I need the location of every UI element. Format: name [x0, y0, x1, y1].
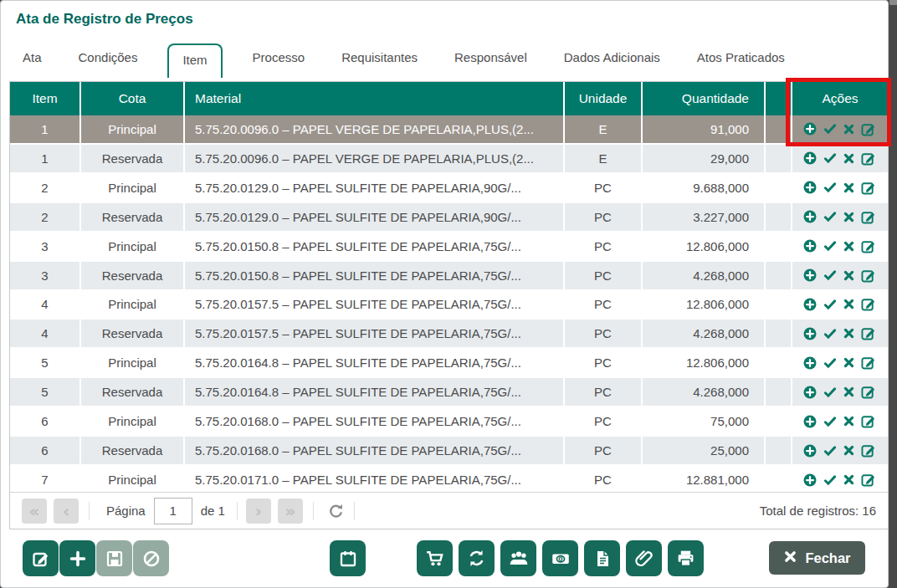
add-circle-icon[interactable]: [802, 209, 818, 224]
add-circle-icon[interactable]: [802, 355, 818, 371]
document-button[interactable]: [584, 540, 620, 576]
check-icon[interactable]: [823, 209, 838, 224]
prev-page-button[interactable]: ‹: [54, 499, 79, 524]
tab-atos-praticados[interactable]: Atos Praticados: [690, 43, 792, 72]
check-icon[interactable]: [823, 268, 838, 283]
edit-icon[interactable]: [860, 471, 878, 488]
x-icon[interactable]: [843, 211, 855, 223]
save-button[interactable]: [96, 540, 132, 576]
check-icon[interactable]: [823, 238, 838, 253]
table-row[interactable]: 2 Reservada 5.75.20.0129.0 – PAPEL SULFI…: [10, 203, 888, 233]
x-icon[interactable]: [843, 123, 855, 135]
edit-icon[interactable]: [860, 150, 878, 167]
edit-icon[interactable]: [860, 354, 878, 371]
edit-icon[interactable]: [860, 412, 878, 430]
x-icon[interactable]: [843, 444, 855, 457]
check-icon[interactable]: [823, 121, 838, 136]
column-header-material[interactable]: Material: [185, 82, 565, 115]
add-circle-icon[interactable]: [802, 443, 818, 458]
add-circle-icon[interactable]: [802, 238, 818, 253]
check-icon[interactable]: [823, 385, 838, 400]
tab-dados-adicionais[interactable]: Dados Adicionais: [557, 43, 667, 72]
check-icon[interactable]: [823, 414, 838, 429]
table-row[interactable]: 7 Principal 5.75.20.0171.0 – PAPEL SULFI…: [10, 466, 888, 493]
tab-ata[interactable]: Ata: [16, 43, 49, 72]
table-row[interactable]: 4 Principal 5.75.20.0157.5 – PAPEL SULFI…: [10, 291, 888, 320]
x-icon[interactable]: [843, 415, 855, 427]
add-circle-icon[interactable]: [802, 121, 818, 136]
table-row[interactable]: 6 Principal 5.75.20.0168.0 – PAPEL SULFI…: [10, 407, 888, 437]
table-row[interactable]: 4 Reservada 5.75.20.0157.5 – PAPEL SULFI…: [10, 320, 888, 349]
check-icon[interactable]: [823, 151, 838, 166]
add-circle-icon[interactable]: [802, 151, 818, 166]
add-circle-icon[interactable]: [802, 180, 818, 195]
x-icon[interactable]: [843, 240, 855, 253]
tab-condições[interactable]: Condições: [72, 43, 145, 72]
check-icon[interactable]: [823, 326, 838, 341]
table-row[interactable]: 6 Reservada 5.75.20.0168.0 – PAPEL SULFI…: [10, 437, 888, 466]
first-page-button[interactable]: «: [22, 499, 47, 524]
column-header-acoes[interactable]: Ações: [792, 82, 888, 115]
add-circle-icon[interactable]: [802, 268, 818, 283]
edit-icon[interactable]: [860, 120, 878, 138]
table-row[interactable]: 5 Principal 5.75.20.0164.8 – PAPEL SULFI…: [10, 349, 888, 378]
edit-record-button[interactable]: [23, 540, 59, 576]
edit-icon[interactable]: [860, 295, 878, 313]
table-row[interactable]: 5 Reservada 5.75.20.0164.8 – PAPEL SULFI…: [10, 378, 888, 407]
table-row[interactable]: 3 Principal 5.75.20.0150.8 – PAPEL SULFI…: [10, 233, 888, 262]
page-input[interactable]: [154, 498, 192, 524]
print-button[interactable]: [668, 540, 704, 576]
tab-requisitantes[interactable]: Requisitantes: [335, 43, 424, 72]
edit-icon[interactable]: [860, 325, 878, 342]
check-icon[interactable]: [823, 297, 838, 312]
column-header-unidade[interactable]: Unidade: [565, 82, 643, 115]
x-icon[interactable]: [843, 386, 855, 398]
calendar-button[interactable]: [330, 540, 366, 576]
attachment-button[interactable]: [626, 540, 662, 576]
x-icon[interactable]: [843, 269, 855, 282]
tab-processo[interactable]: Processo: [246, 43, 312, 72]
table-row[interactable]: 1 Reservada 5.75.20.0096.0 – PAPEL VERGE…: [10, 145, 888, 174]
last-page-button[interactable]: »: [278, 499, 303, 524]
suppliers-button[interactable]: [500, 540, 536, 576]
tab-item[interactable]: Item: [167, 43, 222, 78]
add-circle-icon[interactable]: [802, 414, 818, 429]
column-header-item[interactable]: Item: [10, 82, 81, 115]
refresh-icon[interactable]: [327, 502, 346, 520]
cart-button[interactable]: [417, 540, 453, 576]
add-record-button[interactable]: [59, 540, 95, 576]
column-header-quantidade[interactable]: Quantidade: [643, 82, 766, 115]
edit-icon[interactable]: [860, 442, 878, 459]
edit-icon[interactable]: [860, 238, 878, 255]
add-circle-icon[interactable]: [802, 297, 818, 312]
check-icon[interactable]: [823, 443, 838, 458]
add-circle-icon[interactable]: [802, 385, 818, 400]
x-icon[interactable]: [843, 182, 855, 194]
edit-icon[interactable]: [860, 179, 878, 197]
x-icon[interactable]: [843, 327, 855, 340]
x-icon[interactable]: [843, 152, 855, 165]
price-button[interactable]: 0: [542, 540, 578, 576]
background-scrollbar-strip[interactable]: [889, 0, 897, 588]
add-circle-icon[interactable]: [802, 473, 818, 488]
column-header-cota[interactable]: Cota: [81, 82, 185, 115]
check-icon[interactable]: [823, 473, 838, 488]
check-icon[interactable]: [823, 180, 838, 195]
x-icon[interactable]: [843, 356, 855, 369]
sync-button[interactable]: [459, 540, 495, 576]
add-circle-icon[interactable]: [802, 326, 818, 341]
check-icon[interactable]: [823, 355, 838, 371]
edit-icon[interactable]: [860, 383, 878, 401]
edit-icon[interactable]: [860, 267, 878, 284]
edit-icon[interactable]: [860, 208, 878, 226]
next-page-button[interactable]: ›: [246, 499, 271, 524]
table-row[interactable]: 3 Reservada 5.75.20.0150.8 – PAPEL SULFI…: [10, 262, 888, 291]
close-button[interactable]: Fechar: [769, 541, 865, 575]
x-icon[interactable]: [843, 473, 855, 486]
table-row[interactable]: 1 Principal 5.75.20.0096.0 – PAPEL VERGE…: [10, 115, 888, 145]
table-row[interactable]: 2 Principal 5.75.20.0129.0 – PAPEL SULFI…: [10, 174, 888, 203]
tab-responsável[interactable]: Responsável: [448, 43, 534, 72]
cell-acoes: [792, 466, 888, 493]
cancel-button[interactable]: [133, 540, 169, 576]
x-icon[interactable]: [843, 298, 855, 310]
